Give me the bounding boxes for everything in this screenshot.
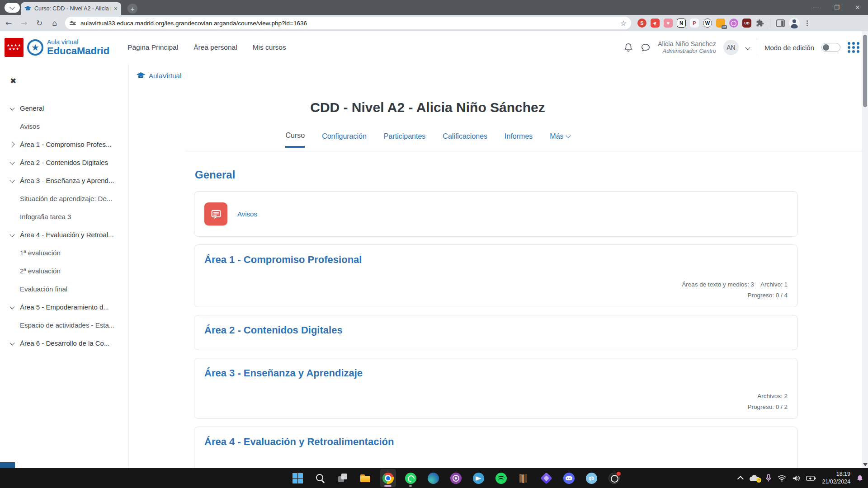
chevron-down-icon[interactable] bbox=[9, 105, 14, 110]
tray-expand-icon[interactable] bbox=[737, 476, 744, 482]
window-close-button[interactable]: ✕ bbox=[847, 0, 868, 15]
qbittorrent-taskbar-icon[interactable]: qb bbox=[583, 469, 599, 487]
notifications-bell-icon[interactable] bbox=[623, 42, 633, 52]
side-panel-icon[interactable] bbox=[776, 19, 785, 27]
explorer-taskbar-icon[interactable] bbox=[357, 469, 373, 487]
avisos-link[interactable]: Avisos bbox=[237, 210, 257, 218]
page-scrollbar[interactable] bbox=[862, 31, 868, 468]
window-minimize-button[interactable]: — bbox=[806, 0, 826, 15]
browser-profile-avatar[interactable] bbox=[789, 18, 800, 28]
chevron-down-icon[interactable] bbox=[9, 304, 14, 309]
tab-participantes[interactable]: Participantes bbox=[384, 131, 426, 148]
tab-informes[interactable]: Informes bbox=[505, 131, 533, 148]
smallpdf-extension-icon[interactable]: S bbox=[637, 19, 646, 28]
section-title-link[interactable]: Área 1 - Compromiso Profesional bbox=[204, 254, 362, 265]
chevron-right-icon[interactable] bbox=[9, 141, 14, 146]
new-tab-button[interactable]: + bbox=[127, 4, 137, 14]
site-settings-icon[interactable] bbox=[70, 22, 76, 25]
chevron-down-icon[interactable] bbox=[9, 178, 14, 183]
comunidad-madrid-flag-logo[interactable]: ★★★★ ★★★ bbox=[5, 38, 24, 57]
reload-button[interactable]: ↻ bbox=[33, 16, 46, 30]
tab-search-button[interactable] bbox=[5, 3, 20, 13]
sidebar-item-link[interactable]: Evaluación final bbox=[0, 280, 129, 298]
section-title-link[interactable]: Área 3 - Enseñanza y Aprendizaje bbox=[204, 367, 363, 379]
home-button[interactable]: ⌂ bbox=[48, 16, 61, 30]
volume-icon[interactable] bbox=[792, 475, 800, 482]
edge-taskbar-icon[interactable] bbox=[425, 469, 441, 487]
sidebar-section-link[interactable]: Área 5 - Empoderamiento d... bbox=[0, 298, 129, 316]
back-button[interactable]: ← bbox=[2, 16, 15, 30]
wayback-extension-icon[interactable]: W bbox=[703, 19, 712, 28]
close-drawer-icon[interactable]: ✖ bbox=[10, 76, 16, 85]
section-heading-general[interactable]: General bbox=[195, 169, 798, 181]
taskbar-clock[interactable]: 18:19 21/02/2024 bbox=[822, 470, 850, 486]
sidebar-section-link[interactable]: General bbox=[0, 99, 129, 117]
tab-más[interactable]: Más bbox=[550, 131, 570, 148]
chevron-down-icon[interactable] bbox=[9, 160, 14, 164]
browser-menu-icon[interactable] bbox=[807, 20, 808, 26]
spotify-taskbar-icon[interactable] bbox=[493, 469, 509, 487]
obs-taskbar-icon[interactable] bbox=[606, 469, 622, 487]
sidebar-section-link[interactable]: Área 4 - Evaluación y Retroal... bbox=[0, 225, 129, 244]
library-taskbar-icon[interactable] bbox=[515, 469, 532, 487]
educamadrid-star-logo[interactable]: ★ bbox=[27, 39, 43, 56]
user-chevron-down-icon[interactable] bbox=[745, 45, 750, 50]
sidebar-section-link[interactable]: Área 2 - Contenidos Digitales bbox=[0, 153, 129, 171]
section-title-link[interactable]: Área 4 - Evaluación y Retroalimentación bbox=[204, 436, 394, 447]
scrollbar-down-arrow-icon[interactable] bbox=[863, 463, 868, 466]
telegram-taskbar-icon[interactable] bbox=[470, 469, 486, 487]
address-bar[interactable]: aulavirtual33.educa.madrid.org/ies.grand… bbox=[65, 17, 631, 29]
sidebar-section-link[interactable]: Área 6 - Desarrollo de la Co... bbox=[0, 334, 129, 352]
url-text[interactable]: aulavirtual33.educa.madrid.org/ies.grand… bbox=[80, 20, 616, 27]
notification-bell-icon[interactable] bbox=[856, 474, 863, 482]
chevron-down-icon[interactable] bbox=[9, 232, 14, 237]
extensions-puzzle-icon[interactable] bbox=[756, 19, 764, 27]
bookmark-star-icon[interactable]: ☆ bbox=[620, 19, 627, 28]
search-taskbar-icon[interactable] bbox=[312, 469, 328, 487]
start-taskbar-icon[interactable] bbox=[289, 469, 306, 487]
chevron-down-icon[interactable] bbox=[9, 340, 14, 345]
tab-configuración[interactable]: Configuración bbox=[322, 131, 367, 148]
nav-link-mis-cursos[interactable]: Mis cursos bbox=[253, 43, 286, 52]
discord-taskbar-icon[interactable] bbox=[561, 469, 577, 487]
edit-mode-toggle[interactable] bbox=[821, 43, 840, 52]
app-grid-icon[interactable] bbox=[848, 42, 860, 53]
orange-extension-icon[interactable]: off bbox=[716, 19, 725, 28]
sidebar-item-link[interactable]: Infografia tarea 3 bbox=[0, 207, 129, 225]
nav-link-p-gina-principal[interactable]: Página Principal bbox=[127, 43, 178, 52]
power-extension-icon[interactable]: ◯ bbox=[729, 19, 738, 28]
user-menu[interactable]: Alicia Niño Sanchez Administrador Centro bbox=[658, 40, 716, 54]
sidebar-item-link[interactable]: Espacio de actividades - Esta... bbox=[0, 316, 129, 334]
tab-close-icon[interactable]: × bbox=[114, 5, 118, 12]
ublock-extension-icon[interactable]: UD bbox=[742, 19, 751, 28]
sidebar-section-link[interactable]: Área 3 - Enseñanza y Aprend... bbox=[0, 171, 129, 189]
rocket-extension-icon[interactable]: ➤ bbox=[651, 19, 660, 28]
print-extension-icon[interactable]: P bbox=[690, 19, 699, 28]
microphone-icon[interactable] bbox=[765, 474, 772, 482]
scrollbar-thumb[interactable] bbox=[863, 35, 867, 107]
sidebar-item-link[interactable]: Avisos bbox=[0, 117, 129, 135]
tab-calificaciones[interactable]: Calificaciones bbox=[443, 131, 487, 148]
nav-link--rea-personal[interactable]: Área personal bbox=[193, 43, 237, 52]
notion-extension-icon[interactable]: N bbox=[677, 19, 686, 28]
tab-curso[interactable]: Curso bbox=[285, 131, 305, 148]
tor-taskbar-icon[interactable] bbox=[448, 469, 464, 487]
onedrive-icon[interactable]: ! bbox=[750, 475, 760, 481]
messages-chat-icon[interactable] bbox=[641, 42, 651, 52]
battery-icon[interactable] bbox=[806, 475, 816, 481]
sidebar-item-link[interactable]: 1ª evaluación bbox=[0, 244, 129, 262]
user-avatar[interactable]: AN bbox=[723, 40, 739, 55]
taskview-taskbar-icon[interactable] bbox=[335, 469, 351, 487]
forum-icon[interactable] bbox=[204, 202, 227, 225]
educamadrid-logo-text[interactable]: Aula virtual EducaMadrid bbox=[47, 39, 109, 56]
sidebar-section-link[interactable]: Área 1 - Compromiso Profes... bbox=[0, 135, 129, 153]
window-restore-button[interactable]: ❐ bbox=[826, 0, 847, 15]
media-taskbar-icon[interactable] bbox=[538, 469, 554, 487]
section-title-link[interactable]: Área 2 - Contenidos Digitales bbox=[204, 324, 343, 336]
sidebar-item-link[interactable]: Situación de aprendizaje: De... bbox=[0, 189, 129, 207]
forward-button[interactable]: → bbox=[17, 16, 31, 30]
browser-tab[interactable]: Curso: CDD - Nivel A2 - Alicia N × bbox=[21, 2, 121, 15]
whatsapp-taskbar-icon[interactable] bbox=[402, 469, 419, 487]
breadcrumb-link[interactable]: AulaVirtual bbox=[149, 72, 181, 80]
sidebar-item-link[interactable]: 2ª evaluación bbox=[0, 262, 129, 280]
